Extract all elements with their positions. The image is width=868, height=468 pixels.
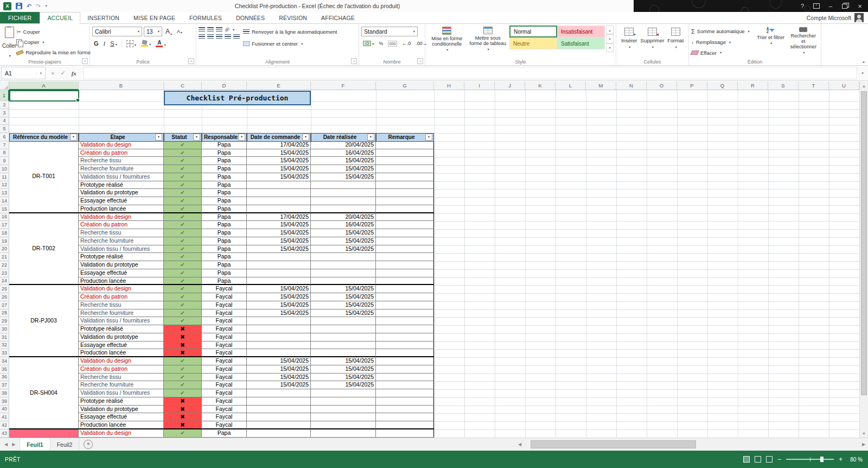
column-header-D[interactable]: D <box>202 81 247 90</box>
scroll-left-icon[interactable]: ◀ <box>515 442 524 447</box>
cut-button[interactable]: ✂ Couper <box>16 27 91 37</box>
date-realisee-cell[interactable]: 15/04/2025 <box>311 173 376 181</box>
row-header-4[interactable]: 4 <box>0 117 9 125</box>
date-realisee-cell[interactable]: 15/04/2025 <box>311 285 376 293</box>
model-ref-cell[interactable]: DR-PJ003 <box>9 285 79 357</box>
minimize-button[interactable]: – <box>824 0 838 12</box>
save-icon[interactable] <box>16 3 22 9</box>
date-commande-cell[interactable]: 17/04/2025 <box>247 141 311 149</box>
status-cell[interactable]: ✔ <box>164 285 202 293</box>
insert-cells-button[interactable]: + Insérer ▾ <box>618 26 640 58</box>
status-cell[interactable]: ✔ <box>164 237 202 245</box>
date-realisee-cell[interactable]: 16/04/2025 <box>311 149 376 157</box>
remarque-cell[interactable] <box>376 245 434 254</box>
responsable-cell[interactable]: Faycal <box>202 365 247 374</box>
normal-view-button[interactable] <box>743 456 750 463</box>
italic-button[interactable]: I <box>102 40 107 47</box>
row-header-40[interactable]: 40 <box>0 406 9 414</box>
column-header-M[interactable]: M <box>586 81 616 90</box>
collapse-ribbon-button[interactable]: ▴ <box>863 59 865 64</box>
step-cell[interactable]: Validation du design <box>79 429 164 438</box>
row-header-16[interactable]: 16 <box>0 213 9 222</box>
step-cell[interactable]: Recherche fourniture <box>79 381 164 389</box>
filter-button[interactable]: ▼ <box>367 134 374 141</box>
row-header-38[interactable]: 38 <box>0 389 9 397</box>
gallery-up-button[interactable]: ▴ <box>606 26 614 34</box>
column-header-C[interactable]: C <box>164 81 202 90</box>
status-cell[interactable]: ✔ <box>164 357 202 365</box>
responsable-cell[interactable]: Faycal <box>202 309 247 318</box>
status-cell[interactable]: ✔ <box>164 181 202 189</box>
vertical-scroll-thumb[interactable] <box>861 91 867 395</box>
responsable-cell[interactable]: Faycal <box>202 397 247 406</box>
responsable-cell[interactable]: Papa <box>202 197 247 205</box>
font-name-select[interactable]: Calibri ▾ <box>92 27 142 36</box>
date-commande-cell[interactable]: 15/04/2025 <box>247 237 311 245</box>
column-header-A[interactable]: A <box>9 81 79 90</box>
cell-style-neutre[interactable]: Neutre <box>509 37 557 49</box>
row-header-5[interactable]: 5 <box>0 125 9 133</box>
responsable-cell[interactable]: Faycal <box>202 357 247 365</box>
step-cell[interactable]: Validation du prototype <box>79 189 164 197</box>
responsable-cell[interactable]: Papa <box>202 269 247 277</box>
row-header-27[interactable]: 27 <box>0 301 9 309</box>
align-left-icon[interactable] <box>199 34 205 39</box>
row-header-29[interactable]: 29 <box>0 317 9 325</box>
date-commande-cell[interactable] <box>247 253 311 261</box>
remarque-cell[interactable] <box>376 429 434 438</box>
date-commande-cell[interactable]: 15/04/2025 <box>247 381 311 389</box>
date-realisee-cell[interactable] <box>311 181 376 189</box>
format-cells-button[interactable]: Format ▾ <box>665 26 687 58</box>
date-realisee-cell[interactable] <box>311 397 376 406</box>
date-commande-cell[interactable] <box>247 277 311 286</box>
decrease-indent-icon[interactable] <box>225 34 231 39</box>
step-cell[interactable]: Essayage effectué <box>79 341 164 350</box>
clear-button[interactable]: Effacer ▾ <box>691 48 753 58</box>
tab-mise-en-page[interactable]: MISE EN PAGE <box>126 12 182 23</box>
date-realisee-cell[interactable]: 15/04/2025 <box>311 245 376 254</box>
remarque-cell[interactable] <box>376 269 434 277</box>
row-header-14[interactable]: 14 <box>0 197 9 205</box>
status-cell[interactable]: ✔ <box>164 205 202 213</box>
column-header-R[interactable]: R <box>738 81 768 90</box>
responsable-cell[interactable]: Papa <box>202 181 247 189</box>
status-cell[interactable]: ✔ <box>164 157 202 165</box>
undo-icon[interactable]: ↶ <box>27 3 31 9</box>
responsable-cell[interactable]: Faycal <box>202 317 247 325</box>
responsable-cell[interactable]: Faycal <box>202 333 247 341</box>
grow-font-button[interactable]: A ▴ <box>164 27 174 36</box>
step-cell[interactable]: Validation du prototype <box>79 406 164 414</box>
thousands-format-button[interactable]: 000 <box>386 40 399 47</box>
horizontal-scrollbar[interactable]: ◀ ▶ <box>515 438 868 451</box>
responsable-cell[interactable]: Papa <box>202 189 247 197</box>
row-header-41[interactable]: 41 <box>0 413 9 421</box>
status-cell[interactable]: ✔ <box>164 229 202 237</box>
status-cell[interactable]: ✔ <box>164 245 202 254</box>
customize-quick-access-icon[interactable]: ▾ <box>45 4 47 8</box>
date-realisee-cell[interactable]: 15/04/2025 <box>311 293 376 301</box>
format-painter-button[interactable]: Reproduire la mise en forme <box>16 47 91 58</box>
responsable-cell[interactable]: Papa <box>202 261 247 269</box>
date-commande-cell[interactable] <box>247 269 311 277</box>
new-sheet-button[interactable]: + <box>84 440 93 449</box>
date-realisee-cell[interactable]: 15/04/2025 <box>311 309 376 318</box>
date-commande-cell[interactable] <box>247 397 311 406</box>
row-header-35[interactable]: 35 <box>0 365 9 374</box>
date-commande-cell[interactable]: 15/04/2025 <box>247 157 311 165</box>
align-center-icon[interactable] <box>207 34 214 39</box>
filter-button[interactable]: ▼ <box>70 134 77 141</box>
model-ref-cell[interactable]: DR-T001 <box>9 141 79 213</box>
date-commande-cell[interactable] <box>247 197 311 205</box>
status-cell[interactable]: ✔ <box>164 389 202 397</box>
column-header-O[interactable]: O <box>647 81 677 90</box>
sort-filter-button[interactable]: AZ Trier et filtrer ▾ <box>755 26 786 58</box>
date-commande-cell[interactable]: 15/04/2025 <box>247 149 311 157</box>
status-cell[interactable]: ✔ <box>164 277 202 286</box>
tab-revision[interactable]: RÉVISION <box>272 12 314 23</box>
cell-style-normal[interactable]: Normal <box>509 26 557 37</box>
step-cell[interactable]: Création du patron <box>79 293 164 301</box>
column-header-G[interactable]: G <box>376 81 434 90</box>
date-commande-cell[interactable]: 15/04/2025 <box>247 245 311 254</box>
step-cell[interactable]: Recherche tissu <box>79 229 164 237</box>
responsable-cell[interactable]: Papa <box>202 149 247 157</box>
